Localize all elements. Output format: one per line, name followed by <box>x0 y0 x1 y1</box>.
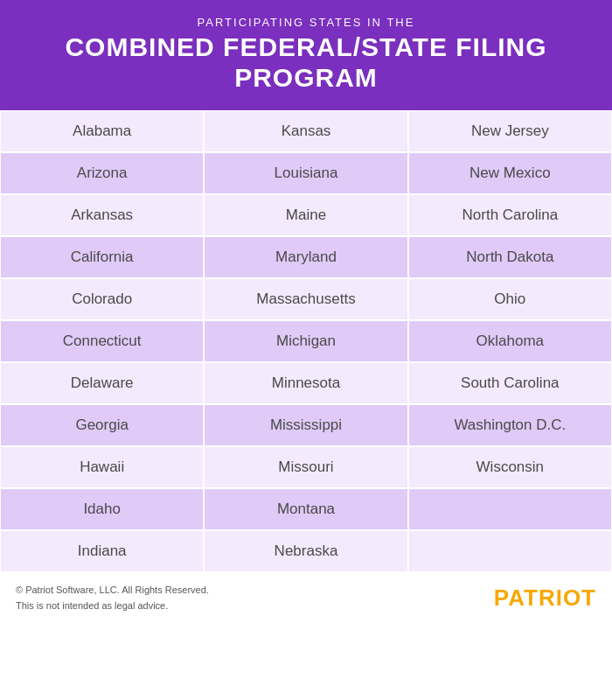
state-cell: New Mexico <box>408 152 612 194</box>
state-cell: Massachusetts <box>204 278 407 320</box>
state-cell <box>408 488 612 530</box>
state-cell: Arizona <box>0 152 204 194</box>
state-cell: Georgia <box>0 404 204 446</box>
state-cell: Hawaii <box>0 446 204 488</box>
state-cell: Ohio <box>408 278 612 320</box>
state-cell: Montana <box>204 488 407 530</box>
disclaimer-text: This is not intended as legal advice. <box>16 598 209 614</box>
state-cell: South Carolina <box>408 362 612 404</box>
state-cell: Maryland <box>204 236 407 278</box>
table-row: AlabamaKansasNew Jersey <box>0 110 612 152</box>
logo: PATRIOT <box>494 584 596 612</box>
table-row: ArkansasMaineNorth Carolina <box>0 194 612 236</box>
state-cell: North Carolina <box>408 194 612 236</box>
state-cell: Mississippi <box>204 404 407 446</box>
state-cell: Kansas <box>204 110 407 152</box>
state-cell: Louisiana <box>204 152 407 194</box>
table-row: ArizonaLouisianaNew Mexico <box>0 152 612 194</box>
table-row: IndianaNebraska <box>0 530 612 572</box>
state-cell: Connecticut <box>0 320 204 362</box>
header-subtitle: Participating States in the <box>17 16 595 29</box>
table-row: ColoradoMassachusettsOhio <box>0 278 612 320</box>
state-cell: North Dakota <box>408 236 612 278</box>
state-cell: Michigan <box>204 320 407 362</box>
logo-text: PATRIOT <box>494 584 596 611</box>
states-table: AlabamaKansasNew JerseyArizonaLouisianaN… <box>0 110 612 572</box>
state-cell: Alabama <box>0 110 204 152</box>
state-cell: New Jersey <box>408 110 612 152</box>
table-row: CaliforniaMarylandNorth Dakota <box>0 236 612 278</box>
table-row: ConnecticutMichiganOklahoma <box>0 320 612 362</box>
state-cell: Missouri <box>204 446 407 488</box>
state-cell: Colorado <box>0 278 204 320</box>
state-cell: Arkansas <box>0 194 204 236</box>
footer: © Patriot Software, LLC. All Rights Rese… <box>0 572 612 620</box>
state-cell: Nebraska <box>204 530 407 572</box>
state-cell: Wisconsin <box>408 446 612 488</box>
state-cell: Minnesota <box>204 362 407 404</box>
header: Participating States in the Combined Fed… <box>0 0 612 110</box>
state-cell <box>408 530 612 572</box>
table-row: GeorgiaMississippiWashington D.C. <box>0 404 612 446</box>
state-cell: Idaho <box>0 488 204 530</box>
state-cell: Washington D.C. <box>408 404 612 446</box>
state-cell: Maine <box>204 194 407 236</box>
table-row: DelawareMinnesotaSouth Carolina <box>0 362 612 404</box>
table-row: HawaiiMissouriWisconsin <box>0 446 612 488</box>
table-row: IdahoMontana <box>0 488 612 530</box>
state-cell: Indiana <box>0 530 204 572</box>
state-cell: Delaware <box>0 362 204 404</box>
header-title: Combined Federal/State Filing Program <box>17 32 595 93</box>
state-cell: California <box>0 236 204 278</box>
state-cell: Oklahoma <box>408 320 612 362</box>
copyright-text: © Patriot Software, LLC. All Rights Rese… <box>16 583 209 598</box>
